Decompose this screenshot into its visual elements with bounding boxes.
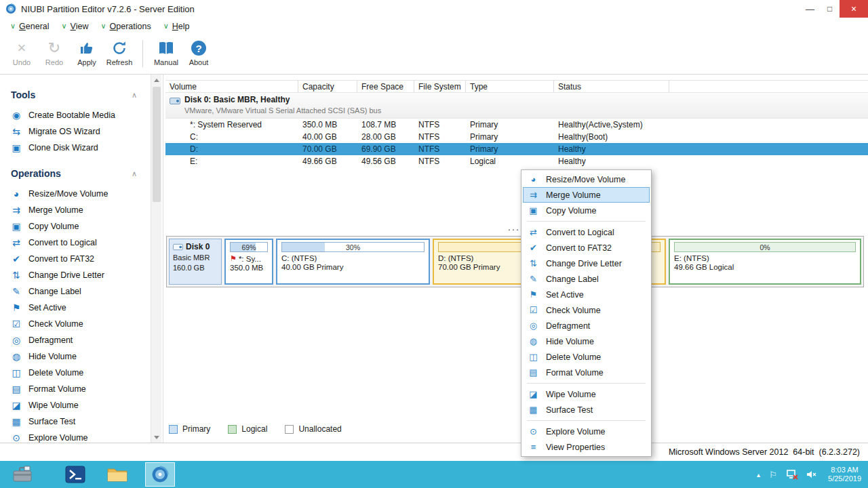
sidebar-item-check-volume[interactable]: ☑ Check Volume bbox=[0, 316, 151, 332]
sidebar-item-change-drive-letter[interactable]: ⇅ Change Drive Letter bbox=[0, 267, 151, 283]
niubi-taskbar-button[interactable] bbox=[145, 462, 175, 487]
context-menu-item-set-active[interactable]: ⚑ Set Active bbox=[521, 287, 651, 302]
scrollbar-thumb[interactable] bbox=[153, 87, 161, 202]
sidebar-item-merge-volume[interactable]: ⇉ Merge Volume bbox=[0, 202, 151, 218]
sidebar-scrollbar[interactable] bbox=[151, 75, 161, 443]
cell-status: Healthy(Active,System) bbox=[554, 120, 669, 129]
column-header-volume[interactable]: Volume bbox=[165, 81, 298, 92]
cell-volume: C: bbox=[165, 132, 298, 142]
partition-block-c[interactable]: 30% C: (NTFS) 40.00 GB Primary bbox=[276, 239, 430, 285]
explore-volume-icon: ⊙ bbox=[11, 432, 22, 443]
tools-section-header[interactable]: Tools ∧ bbox=[0, 80, 151, 107]
menu-operations[interactable]: ∨ Operations bbox=[95, 18, 157, 35]
notification-flag-icon[interactable]: ⚐ bbox=[767, 469, 779, 481]
volume-context-menu: ◕ Resize/Move Volume ⇉ Merge Volume ▣ Co… bbox=[521, 169, 652, 457]
volume-row-system-reserved[interactable]: *: System Reserved 350.0 MB 108.7 MB NTF… bbox=[165, 119, 868, 131]
sidebar-item-delete-volume[interactable]: ◫ Delete Volume bbox=[0, 365, 151, 381]
volume-row-e[interactable]: E: 49.66 GB 49.56 GB NTFS Logical Health… bbox=[165, 155, 868, 167]
volume-row-c[interactable]: C: 40.00 GB 28.00 GB NTFS Primary Health… bbox=[165, 131, 868, 143]
partition-block-system-reserved[interactable]: 69% ⚑ *: Sy... 350.0 MB bbox=[224, 239, 273, 285]
column-header-status[interactable]: Status bbox=[554, 81, 669, 92]
change-label-icon: ✎ bbox=[528, 274, 538, 284]
toolbar-separator bbox=[142, 40, 143, 67]
context-menu-item-convert-to-fat32[interactable]: ✔ Convert to FAT32 bbox=[521, 240, 651, 256]
menu-view[interactable]: ∨ View bbox=[56, 18, 95, 35]
titlebar: NIUBI Partition Editor v7.2.6 - Server E… bbox=[0, 0, 868, 18]
powershell-button[interactable] bbox=[60, 461, 91, 488]
sidebar-item-set-active[interactable]: ⚑ Set Active bbox=[0, 300, 151, 316]
operations-section-header[interactable]: Operations ∧ bbox=[0, 156, 151, 186]
partition-block-e[interactable]: 0% E: (NTFS) 49.66 GB Logical bbox=[669, 239, 861, 285]
redo-button[interactable]: ↻ Redo bbox=[38, 37, 71, 74]
sidebar-item-convert-to-logical[interactable]: ⇄ Convert to Logical bbox=[0, 235, 151, 251]
server-manager-button[interactable] bbox=[7, 461, 38, 488]
context-menu-item-copy-volume[interactable]: ▣ Copy Volume bbox=[521, 203, 651, 218]
cell-file-system: NTFS bbox=[414, 132, 466, 142]
volume-row-d[interactable]: D: 70.00 GB 69.90 GB NTFS Primary Health… bbox=[165, 143, 868, 155]
sidebar-item-format-volume[interactable]: ▤ Format Volume bbox=[0, 381, 151, 397]
taskbar-clock[interactable]: 8:03 AM 5/25/2019 bbox=[828, 466, 861, 483]
disk-group-row[interactable]: Disk 0: Basic MBR, Healthy VMware, VMwar… bbox=[165, 93, 868, 119]
column-header-capacity[interactable]: Capacity bbox=[298, 81, 357, 92]
sidebar-item-clone-disk-wizard[interactable]: ▣ Clone Disk Wizard bbox=[0, 140, 151, 156]
maximize-button[interactable]: □ bbox=[820, 0, 840, 18]
about-button[interactable]: ? About bbox=[182, 37, 215, 74]
cell-free-space: 49.56 GB bbox=[357, 157, 414, 166]
sidebar-item-wipe-volume[interactable]: ◪ Wipe Volume bbox=[0, 397, 151, 413]
hide-volume-icon: ◍ bbox=[11, 351, 22, 362]
context-menu-item-merge-volume[interactable]: ⇉ Merge Volume bbox=[523, 187, 650, 203]
context-menu-item-change-label[interactable]: ✎ Change Label bbox=[521, 271, 651, 287]
context-menu-item-view-properties[interactable]: ≡ View Properties bbox=[521, 439, 651, 455]
sidebar-item-copy-volume[interactable]: ▣ Copy Volume bbox=[0, 218, 151, 235]
menu-general[interactable]: ∨ General bbox=[4, 18, 56, 35]
cell-capacity: 40.00 GB bbox=[298, 132, 357, 142]
folder-icon bbox=[106, 466, 128, 483]
context-menu-item-convert-to-logical[interactable]: ⇄ Convert to Logical bbox=[521, 224, 651, 240]
context-menu-item-format-volume[interactable]: ▤ Format Volume bbox=[521, 365, 651, 380]
close-button[interactable]: × bbox=[840, 0, 868, 18]
context-menu-item-change-drive-letter[interactable]: ⇅ Change Drive Letter bbox=[521, 256, 651, 271]
context-menu-item-delete-volume[interactable]: ◫ Delete Volume bbox=[521, 349, 651, 365]
sidebar-item-hide-volume[interactable]: ◍ Hide Volume bbox=[0, 348, 151, 365]
collapse-chevron-icon[interactable]: ∧ bbox=[132, 91, 137, 100]
migrate-os-icon: ⇆ bbox=[11, 126, 22, 137]
cell-capacity: 49.66 GB bbox=[298, 157, 357, 166]
context-menu-item-surface-test[interactable]: ▦ Surface Test bbox=[521, 402, 651, 418]
sidebar-item-convert-to-fat32[interactable]: ✔ Convert to FAT32 bbox=[0, 251, 151, 267]
column-header-file-system[interactable]: File System bbox=[414, 81, 466, 92]
sidebar-item-defragment[interactable]: ◎ Defragment bbox=[0, 332, 151, 348]
sidebar-item-surface-test[interactable]: ▦ Surface Test bbox=[0, 413, 151, 430]
sidebar-item-migrate-os-wizard[interactable]: ⇆ Migrate OS Wizard bbox=[0, 123, 151, 140]
sidebar-item-create-bootable-media[interactable]: ◉ Create Bootable Media bbox=[0, 107, 151, 123]
context-menu-item-wipe-volume[interactable]: ◪ Wipe Volume bbox=[521, 386, 651, 402]
sidebar-item-change-label[interactable]: ✎ Change Label bbox=[0, 283, 151, 300]
minimize-button[interactable]: — bbox=[800, 0, 820, 18]
panel-splitter[interactable]: ···· bbox=[163, 224, 868, 233]
context-menu-item-check-volume[interactable]: ☑ Check Volume bbox=[521, 302, 651, 318]
collapse-chevron-icon[interactable]: ∧ bbox=[132, 169, 137, 178]
file-explorer-button[interactable] bbox=[102, 461, 133, 488]
context-menu-item-defragment[interactable]: ◎ Defragment bbox=[521, 318, 651, 333]
sidebar-item-explore-volume[interactable]: ⊙ Explore Volume bbox=[0, 430, 151, 443]
cell-file-system: NTFS bbox=[414, 144, 466, 154]
refresh-button[interactable]: Refresh bbox=[103, 37, 136, 74]
column-header-type[interactable]: Type bbox=[466, 81, 554, 92]
volume-status-icon[interactable] bbox=[805, 469, 817, 481]
scroll-up-button[interactable] bbox=[151, 75, 161, 85]
scroll-down-button[interactable] bbox=[151, 432, 161, 443]
toolbar: × Undo ↻ Redo Apply Refresh Manual bbox=[0, 35, 868, 75]
menu-help[interactable]: ∨ Help bbox=[157, 18, 196, 35]
context-menu-item-resize-move-volume[interactable]: ◕ Resize/Move Volume bbox=[521, 171, 651, 187]
tray-expand-chevron-icon[interactable]: ▴ bbox=[757, 471, 760, 479]
sidebar-item-resize-move-volume[interactable]: ◕ Resize/Move Volume bbox=[0, 186, 151, 202]
column-header-free-space[interactable]: Free Space bbox=[357, 81, 414, 92]
apply-button[interactable]: Apply bbox=[71, 37, 103, 74]
network-status-icon[interactable] bbox=[786, 469, 798, 481]
undo-button[interactable]: × Undo bbox=[5, 37, 38, 74]
manual-button[interactable]: Manual bbox=[150, 37, 182, 74]
disk-info-block[interactable]: Disk 0 Basic MBR 160.0 GB bbox=[169, 239, 222, 285]
context-menu-item-hide-volume[interactable]: ◍ Hide Volume bbox=[521, 333, 651, 349]
merge-volume-icon: ⇉ bbox=[528, 190, 538, 200]
context-menu-item-explore-volume[interactable]: ⊙ Explore Volume bbox=[521, 424, 651, 439]
check-volume-icon: ☑ bbox=[11, 319, 22, 329]
